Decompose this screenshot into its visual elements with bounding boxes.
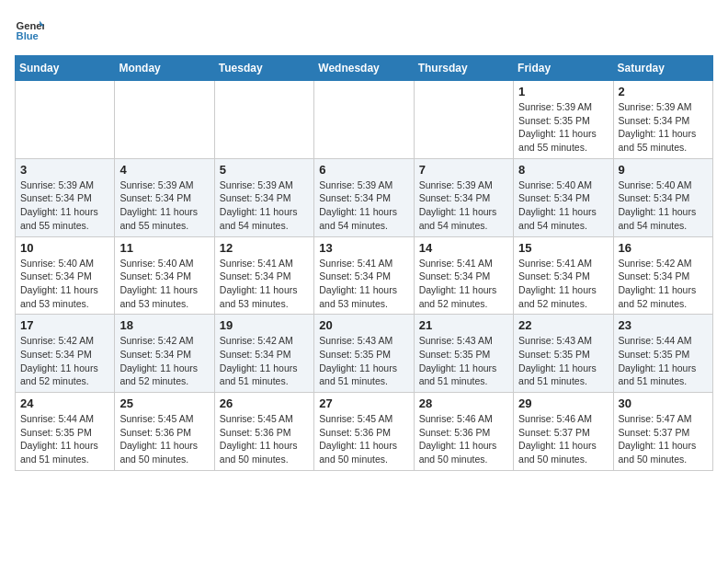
day-info: Sunrise: 5:40 AM Sunset: 5:34 PM Dayligh… [119,257,209,311]
calendar-cell: 1Sunrise: 5:39 AM Sunset: 5:35 PM Daylig… [514,81,613,159]
calendar-cell: 28Sunrise: 5:46 AM Sunset: 5:36 PM Dayli… [414,393,513,471]
calendar-cell: 21Sunrise: 5:43 AM Sunset: 5:35 PM Dayli… [414,315,513,393]
day-number: 30 [619,396,708,410]
day-number: 6 [319,163,408,177]
day-number: 15 [518,241,608,255]
weekday-header: Tuesday [214,56,313,81]
day-info: Sunrise: 5:41 AM Sunset: 5:34 PM Dayligh… [319,257,408,311]
page-header: General Blue [15,15,713,44]
calendar-cell: 13Sunrise: 5:41 AM Sunset: 5:34 PM Dayli… [314,236,414,315]
day-number: 14 [419,241,508,255]
calendar-cell [214,81,313,159]
calendar-cell [414,81,513,159]
day-info: Sunrise: 5:39 AM Sunset: 5:35 PM Dayligh… [518,100,608,155]
day-number: 28 [419,396,508,410]
day-info: Sunrise: 5:39 AM Sunset: 5:34 PM Dayligh… [419,178,508,233]
day-info: Sunrise: 5:42 AM Sunset: 5:34 PM Dayligh… [619,257,708,311]
calendar-cell: 20Sunrise: 5:43 AM Sunset: 5:35 PM Dayli… [314,315,414,393]
day-info: Sunrise: 5:44 AM Sunset: 5:35 PM Dayligh… [619,334,708,388]
day-info: Sunrise: 5:41 AM Sunset: 5:34 PM Dayligh… [518,257,608,311]
calendar-cell: 8Sunrise: 5:40 AM Sunset: 5:34 PM Daylig… [514,158,613,236]
day-number: 1 [518,85,608,98]
day-number: 26 [220,396,309,410]
day-info: Sunrise: 5:39 AM Sunset: 5:34 PM Dayligh… [319,178,408,233]
day-number: 18 [119,318,209,332]
day-number: 10 [20,241,109,255]
day-number: 7 [419,163,508,177]
weekday-header: Friday [514,56,613,81]
logo-icon: General Blue [15,15,44,44]
day-info: Sunrise: 5:40 AM Sunset: 5:34 PM Dayligh… [619,178,708,233]
calendar-cell [314,81,414,159]
day-info: Sunrise: 5:44 AM Sunset: 5:35 PM Dayligh… [20,412,109,466]
weekday-header: Saturday [613,56,712,81]
day-info: Sunrise: 5:43 AM Sunset: 5:35 PM Dayligh… [419,334,508,388]
day-info: Sunrise: 5:43 AM Sunset: 5:35 PM Dayligh… [319,334,408,388]
day-info: Sunrise: 5:47 AM Sunset: 5:37 PM Dayligh… [619,412,708,466]
calendar-cell: 14Sunrise: 5:41 AM Sunset: 5:34 PM Dayli… [414,236,513,315]
day-info: Sunrise: 5:45 AM Sunset: 5:36 PM Dayligh… [119,412,209,466]
day-number: 4 [119,163,209,177]
calendar-cell: 24Sunrise: 5:44 AM Sunset: 5:35 PM Dayli… [16,393,115,471]
calendar-week-row: 17Sunrise: 5:42 AM Sunset: 5:34 PM Dayli… [16,315,713,393]
calendar-week-row: 1Sunrise: 5:39 AM Sunset: 5:35 PM Daylig… [16,81,713,159]
day-info: Sunrise: 5:39 AM Sunset: 5:34 PM Dayligh… [619,100,708,155]
day-info: Sunrise: 5:39 AM Sunset: 5:34 PM Dayligh… [20,178,109,233]
calendar-cell: 26Sunrise: 5:45 AM Sunset: 5:36 PM Dayli… [214,393,313,471]
calendar-cell: 5Sunrise: 5:39 AM Sunset: 5:34 PM Daylig… [214,158,313,236]
day-number: 22 [518,318,608,332]
calendar-cell: 25Sunrise: 5:45 AM Sunset: 5:36 PM Dayli… [115,393,214,471]
weekday-header: Wednesday [314,56,414,81]
day-number: 24 [20,396,109,410]
calendar-cell: 11Sunrise: 5:40 AM Sunset: 5:34 PM Dayli… [115,236,214,315]
calendar-cell: 29Sunrise: 5:46 AM Sunset: 5:37 PM Dayli… [514,393,613,471]
calendar-cell: 27Sunrise: 5:45 AM Sunset: 5:36 PM Dayli… [314,393,414,471]
calendar-cell: 10Sunrise: 5:40 AM Sunset: 5:34 PM Dayli… [16,236,115,315]
day-number: 25 [119,396,209,410]
day-info: Sunrise: 5:42 AM Sunset: 5:34 PM Dayligh… [20,334,109,388]
svg-text:Blue: Blue [17,30,39,41]
logo: General Blue [15,15,48,44]
calendar-table: SundayMondayTuesdayWednesdayThursdayFrid… [15,55,713,471]
calendar-week-row: 3Sunrise: 5:39 AM Sunset: 5:34 PM Daylig… [16,158,713,236]
calendar-cell: 16Sunrise: 5:42 AM Sunset: 5:34 PM Dayli… [613,236,712,315]
day-number: 13 [319,241,408,255]
day-number: 5 [220,163,309,177]
calendar-cell: 19Sunrise: 5:42 AM Sunset: 5:34 PM Dayli… [214,315,313,393]
day-number: 11 [119,241,209,255]
day-info: Sunrise: 5:39 AM Sunset: 5:34 PM Dayligh… [119,178,209,233]
calendar-cell: 2Sunrise: 5:39 AM Sunset: 5:34 PM Daylig… [613,81,712,159]
day-number: 19 [220,318,309,332]
day-number: 23 [619,318,708,332]
calendar-cell: 7Sunrise: 5:39 AM Sunset: 5:34 PM Daylig… [414,158,513,236]
calendar-week-row: 24Sunrise: 5:44 AM Sunset: 5:35 PM Dayli… [16,393,713,471]
day-number: 12 [220,241,309,255]
calendar-cell: 9Sunrise: 5:40 AM Sunset: 5:34 PM Daylig… [613,158,712,236]
weekday-header: Thursday [414,56,513,81]
calendar-week-row: 10Sunrise: 5:40 AM Sunset: 5:34 PM Dayli… [16,236,713,315]
day-number: 20 [319,318,408,332]
day-info: Sunrise: 5:45 AM Sunset: 5:36 PM Dayligh… [220,412,309,466]
calendar-header-row: SundayMondayTuesdayWednesdayThursdayFrid… [16,56,713,81]
day-info: Sunrise: 5:41 AM Sunset: 5:34 PM Dayligh… [419,257,508,311]
calendar-cell: 6Sunrise: 5:39 AM Sunset: 5:34 PM Daylig… [314,158,414,236]
calendar-cell: 17Sunrise: 5:42 AM Sunset: 5:34 PM Dayli… [16,315,115,393]
day-info: Sunrise: 5:45 AM Sunset: 5:36 PM Dayligh… [319,412,408,466]
day-number: 29 [518,396,608,410]
day-info: Sunrise: 5:42 AM Sunset: 5:34 PM Dayligh… [220,334,309,388]
day-info: Sunrise: 5:46 AM Sunset: 5:37 PM Dayligh… [518,412,608,466]
day-info: Sunrise: 5:42 AM Sunset: 5:34 PM Dayligh… [119,334,209,388]
calendar-cell [115,81,214,159]
day-info: Sunrise: 5:46 AM Sunset: 5:36 PM Dayligh… [419,412,508,466]
day-number: 9 [619,163,708,177]
calendar-cell [16,81,115,159]
day-info: Sunrise: 5:41 AM Sunset: 5:34 PM Dayligh… [220,257,309,311]
day-number: 17 [20,318,109,332]
calendar-cell: 23Sunrise: 5:44 AM Sunset: 5:35 PM Dayli… [613,315,712,393]
day-number: 21 [419,318,508,332]
calendar-cell: 15Sunrise: 5:41 AM Sunset: 5:34 PM Dayli… [514,236,613,315]
calendar-cell: 12Sunrise: 5:41 AM Sunset: 5:34 PM Dayli… [214,236,313,315]
weekday-header: Sunday [16,56,115,81]
calendar-cell: 30Sunrise: 5:47 AM Sunset: 5:37 PM Dayli… [613,393,712,471]
day-number: 16 [619,241,708,255]
